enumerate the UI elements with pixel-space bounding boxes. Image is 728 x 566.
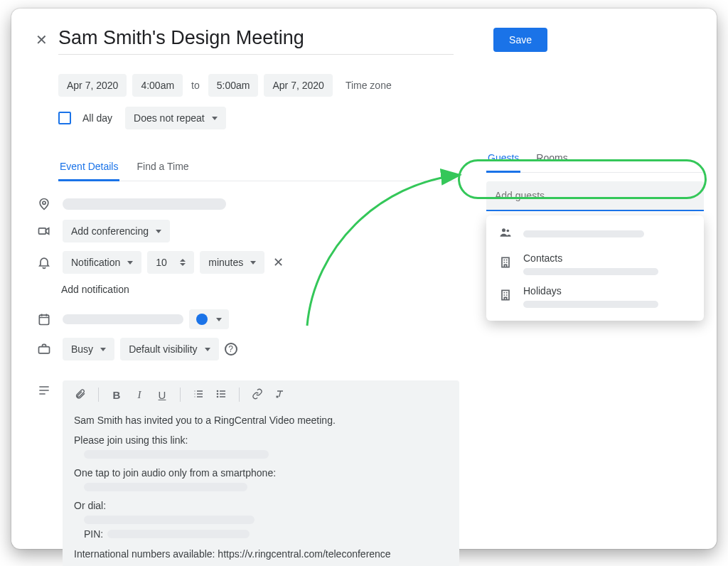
building-icon bbox=[498, 255, 513, 272]
close-icon[interactable]: ✕ bbox=[31, 30, 51, 50]
dropdown-item-holidays[interactable]: Holidays bbox=[498, 285, 692, 308]
recurrence-label: Does not repeat bbox=[134, 112, 205, 124]
save-button[interactable]: Save bbox=[493, 28, 547, 52]
description-icon bbox=[31, 376, 57, 397]
tab-event-details[interactable]: Event Details bbox=[58, 155, 119, 181]
notification-type-label: Notification bbox=[71, 257, 120, 268]
availability-label: Busy bbox=[71, 343, 93, 355]
link-button[interactable] bbox=[250, 388, 265, 402]
stepper-icon bbox=[180, 259, 186, 266]
svg-point-7 bbox=[502, 228, 505, 232]
description-body[interactable]: Sam Smith has invited you to a RingCentr… bbox=[63, 407, 459, 560]
tab-guests[interactable]: Guests bbox=[486, 148, 520, 173]
notification-value-stepper[interactable]: 10 bbox=[147, 251, 194, 274]
visibility-label: Default visibility bbox=[129, 343, 197, 355]
svg-rect-1 bbox=[39, 228, 46, 234]
tab-find-a-time[interactable]: Find a Time bbox=[135, 155, 190, 181]
video-icon bbox=[31, 224, 57, 238]
chevron-down-icon bbox=[156, 230, 161, 233]
recurrence-select[interactable]: Does not repeat bbox=[125, 107, 226, 129]
underline-button[interactable]: U bbox=[154, 389, 170, 401]
end-time-chip[interactable]: 5:00am bbox=[208, 74, 259, 97]
tab-rooms[interactable]: Rooms bbox=[535, 148, 569, 173]
notification-type-select[interactable]: Notification bbox=[63, 251, 141, 274]
chevron-down-icon bbox=[100, 348, 106, 351]
event-title-input[interactable] bbox=[58, 23, 435, 57]
placeholder-bar bbox=[84, 516, 255, 524]
svg-rect-2 bbox=[39, 315, 48, 324]
remove-notification-button[interactable]: ✕ bbox=[270, 255, 287, 270]
briefcase-icon bbox=[31, 342, 57, 356]
placeholder-bar bbox=[523, 301, 658, 308]
desc-line-ordial: Or dial: bbox=[74, 500, 448, 511]
svg-point-6 bbox=[217, 396, 218, 397]
to-label: to bbox=[188, 80, 203, 91]
title-underline bbox=[58, 54, 454, 55]
chevron-down-icon bbox=[212, 117, 218, 120]
svg-point-5 bbox=[217, 393, 218, 394]
editor-toolbar: B I U bbox=[63, 380, 459, 407]
notification-value: 10 bbox=[156, 257, 167, 268]
availability-select[interactable]: Busy bbox=[63, 338, 114, 361]
numbered-list-button[interactable] bbox=[191, 388, 206, 402]
chevron-down-icon bbox=[216, 318, 222, 321]
description-editor[interactable]: B I U bbox=[63, 380, 459, 566]
svg-rect-3 bbox=[39, 347, 50, 353]
color-dot-icon bbox=[196, 314, 208, 325]
placeholder-bar bbox=[84, 450, 269, 459]
allday-checkbox[interactable] bbox=[58, 112, 71, 124]
add-conferencing-button[interactable]: Add conferencing bbox=[63, 220, 170, 242]
svg-rect-10 bbox=[502, 290, 509, 299]
timezone-button[interactable]: Time zone bbox=[338, 80, 399, 91]
date-time-row: Apr 7, 2020 4:00am to 5:00am Apr 7, 2020… bbox=[58, 74, 697, 97]
allday-label: All day bbox=[82, 112, 112, 124]
desc-line-invite: Sam Smith has invited you to a RingCentr… bbox=[74, 415, 448, 426]
desc-line-onetap: One tap to join audio only from a smartp… bbox=[74, 467, 448, 479]
chevron-down-icon bbox=[205, 348, 210, 351]
attach-icon[interactable] bbox=[73, 388, 88, 402]
dropdown-item-contacts[interactable]: Contacts bbox=[498, 252, 692, 275]
guests-dropdown: Contacts Holidays bbox=[486, 215, 704, 321]
location-input[interactable] bbox=[63, 198, 226, 210]
notification-unit-select[interactable]: minutes bbox=[200, 251, 264, 274]
placeholder-bar bbox=[523, 268, 658, 275]
calendar-select[interactable] bbox=[63, 314, 183, 324]
bell-icon bbox=[31, 255, 57, 269]
event-color-select[interactable] bbox=[189, 309, 229, 329]
italic-button[interactable]: I bbox=[132, 389, 147, 401]
bulleted-list-button[interactable] bbox=[213, 388, 229, 402]
clear-formatting-button[interactable] bbox=[272, 388, 288, 402]
location-icon bbox=[31, 197, 57, 211]
help-icon[interactable]: ? bbox=[225, 343, 237, 356]
add-guests-input[interactable] bbox=[486, 181, 704, 210]
svg-point-8 bbox=[507, 230, 510, 233]
placeholder-bar bbox=[84, 483, 247, 491]
desc-line-joinlink: Please join using this link: bbox=[74, 434, 448, 446]
placeholder-bar bbox=[107, 530, 250, 538]
add-conferencing-label: Add conferencing bbox=[71, 225, 149, 237]
notification-unit-label: minutes bbox=[208, 257, 243, 268]
svg-point-0 bbox=[43, 201, 46, 204]
chevron-down-icon bbox=[250, 261, 256, 265]
svg-point-4 bbox=[217, 390, 218, 391]
start-date-chip[interactable]: Apr 7, 2020 bbox=[58, 74, 127, 97]
placeholder-bar bbox=[523, 230, 644, 237]
start-time-chip[interactable]: 4:00am bbox=[132, 74, 183, 97]
people-icon bbox=[498, 225, 513, 242]
bold-button[interactable]: B bbox=[109, 389, 124, 401]
dropdown-holidays-label: Holidays bbox=[523, 285, 692, 297]
dropdown-contacts-label: Contacts bbox=[523, 252, 692, 264]
svg-rect-9 bbox=[502, 257, 509, 267]
building-icon bbox=[498, 288, 513, 305]
end-date-chip[interactable]: Apr 7, 2020 bbox=[264, 74, 332, 97]
desc-line-intl: International numbers available: https:/… bbox=[74, 548, 448, 560]
chevron-down-icon bbox=[127, 261, 133, 265]
input-underline bbox=[486, 210, 704, 211]
add-guests-field[interactable] bbox=[486, 181, 704, 211]
calendar-icon bbox=[31, 312, 57, 326]
visibility-select[interactable]: Default visibility bbox=[120, 338, 218, 361]
desc-pin-label: PIN: bbox=[84, 528, 103, 540]
